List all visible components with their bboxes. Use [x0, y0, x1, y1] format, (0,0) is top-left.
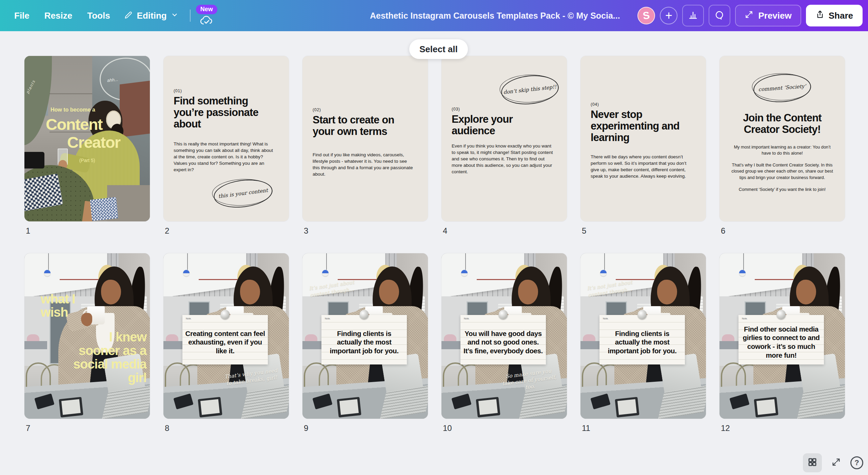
slide-cell: Note. You will have good days and not so…	[441, 253, 567, 433]
slide-8-thumbnail[interactable]: Note. Creating content can feel exhausti…	[163, 253, 289, 419]
slide-12-thumbnail[interactable]: Note. Find other social media girlies to…	[719, 253, 845, 419]
note-label: Note.	[186, 317, 192, 320]
slide-kicker: How to become a	[51, 107, 95, 113]
overlay-headline: what Iwish	[41, 293, 75, 319]
pendant-lamp-cord	[743, 253, 744, 270]
question-mark-icon: ?	[854, 458, 859, 467]
slide-body: Find out if you like making videos, caro…	[313, 152, 414, 177]
pin-icon	[499, 310, 508, 319]
slide-body: Even if you think you know exactly who y…	[452, 143, 553, 175]
note-text: Creating content can feel exhausting, ev…	[185, 322, 265, 362]
add-member-button[interactable]: +	[660, 7, 677, 24]
slide-6-thumbnail[interactable]: comment ‘Society’ Join the Content Creat…	[719, 56, 845, 221]
slide-paragraph: That’s why I built the Content Creator S…	[730, 162, 835, 180]
note-paper: Note. Creating content can feel exhausti…	[182, 315, 268, 364]
slide-11-thumbnail[interactable]: It’s not just about content though... No…	[580, 253, 706, 419]
note-label: Note.	[742, 317, 748, 320]
grid-view-button[interactable]	[803, 453, 822, 472]
slide-1-thumbnail[interactable]: plants ahh... How to b	[24, 56, 150, 221]
share-button[interactable]: Share	[806, 5, 863, 26]
slide-cell: Note. Creating content can feel exhausti…	[163, 253, 289, 433]
background-table	[24, 341, 47, 349]
slide-cell: Note. Find other social media girlies to…	[719, 253, 845, 433]
overlay-line: wish	[41, 305, 68, 319]
e-reader	[337, 397, 361, 417]
slide-cell: (04) Never stop experimenting and learni…	[580, 56, 706, 236]
pin-icon	[221, 310, 230, 319]
insights-button[interactable]	[682, 5, 704, 26]
select-all-button[interactable]: Select all	[409, 39, 468, 59]
overlay-line: what I	[41, 292, 75, 306]
slide-title: Never stop experimenting and learning	[591, 109, 694, 143]
slide-5-thumbnail[interactable]: (04) Never stop experimenting and learni…	[580, 56, 706, 221]
menu-bar: File Resize Tools Editing New	[7, 4, 217, 27]
page-number: 7	[26, 423, 150, 433]
slide-3-thumbnail[interactable]: (02) Start to create on your own terms F…	[302, 56, 428, 221]
autosave-status[interactable]: New	[196, 5, 217, 27]
slide-cell: what Iwish I knew sooner as a social med…	[24, 253, 150, 433]
page-number: 9	[304, 423, 428, 433]
pendant-lamp-cord	[187, 253, 188, 270]
pin-icon	[638, 310, 647, 319]
slide-cell: plants ahh... How to b	[24, 56, 150, 236]
preview-label: Preview	[758, 11, 791, 21]
slide-title: Explore your audience	[452, 114, 555, 137]
slide-7-thumbnail[interactable]: what Iwish I knew sooner as a social med…	[24, 253, 150, 419]
pendant-lamp-cord	[465, 253, 466, 270]
slide-4-thumbnail[interactable]: don’t skip this step!! (03) Explore your…	[441, 56, 567, 221]
slide-10-thumbnail[interactable]: Note. You will have good days and not so…	[441, 253, 567, 419]
note-label: Note.	[464, 317, 470, 320]
menu-file[interactable]: File	[7, 5, 37, 26]
slide-2-thumbnail[interactable]: (01) Find something you’re passionate ab…	[163, 56, 289, 221]
avatar[interactable]: S	[637, 7, 655, 24]
slide-title-line: Content	[46, 115, 102, 134]
note-label: Note.	[325, 317, 331, 320]
e-reader	[198, 397, 222, 417]
menu-resize[interactable]: Resize	[37, 5, 80, 26]
note-text: Finding clients is actually the most imp…	[324, 322, 404, 362]
slide-title: Start to create on your own terms	[313, 114, 416, 137]
share-upload-icon	[815, 10, 825, 21]
fullscreen-button[interactable]	[829, 456, 843, 470]
slide-body: This is really the most important thing!…	[174, 141, 275, 173]
chevron-down-icon	[171, 11, 178, 20]
brick-reflection	[120, 80, 150, 137]
woman-hand	[81, 313, 92, 326]
note-paper: Note. Finding clients is actually the mo…	[321, 315, 407, 364]
page-number: 8	[165, 423, 289, 433]
slide-index: (01)	[174, 88, 182, 93]
page-number: 3	[304, 226, 428, 236]
slide-subtitle: (Part 5)	[24, 158, 150, 163]
slide-title: Find something you’re passionate about	[174, 95, 277, 130]
new-badge: New	[196, 5, 217, 14]
comments-button[interactable]	[709, 5, 730, 26]
slide-body: My most important learning as a creator:…	[730, 144, 835, 198]
awning-text: plants	[25, 79, 37, 94]
comment-bubble-icon	[714, 10, 725, 21]
note-label: Note.	[603, 317, 609, 320]
e-reader	[476, 397, 500, 417]
slide-9-thumbnail[interactable]: It’s not just about content though... No…	[302, 253, 428, 419]
help-button[interactable]: ?	[850, 456, 863, 469]
editing-label: Editing	[137, 11, 167, 21]
cloud-check-icon	[200, 15, 213, 27]
editing-mode-dropdown[interactable]: Editing	[118, 5, 184, 26]
expand-arrows-icon	[831, 457, 841, 468]
document-title[interactable]: Aesthetic Instagram Carousels Templates …	[370, 11, 620, 21]
note-text: Finding clients is actually the most imp…	[602, 322, 682, 362]
slide-index: (03)	[452, 107, 460, 112]
preview-button[interactable]: Preview	[735, 5, 801, 26]
pencil-icon	[124, 11, 133, 21]
grid-view-icon	[807, 457, 817, 469]
page-number: 11	[582, 423, 706, 433]
expand-arrows-icon	[745, 10, 753, 21]
pin-icon	[777, 310, 786, 319]
slide-paragraph: My most important learning as a creator:…	[730, 144, 835, 156]
top-bar: File Resize Tools Editing New Aesthetic	[0, 0, 868, 31]
e-reader	[754, 397, 778, 417]
note-paper: Note. Finding clients is actually the mo…	[599, 315, 685, 364]
menu-tools[interactable]: Tools	[80, 5, 117, 26]
slide-title-line: Creator	[67, 133, 120, 152]
gingham-shorts	[90, 197, 118, 221]
handwritten-circle-note: comment ‘Society’	[752, 72, 812, 104]
